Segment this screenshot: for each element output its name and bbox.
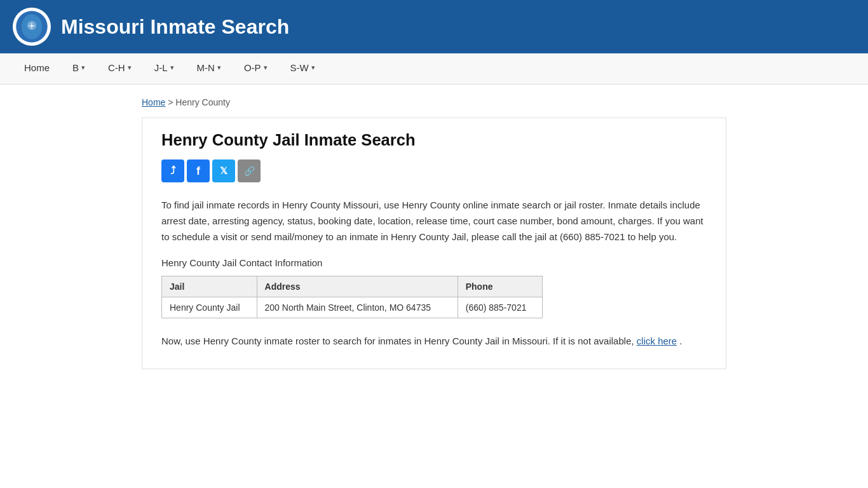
table-header-jail: Jail	[162, 276, 257, 297]
chevron-down-icon: ▾	[217, 64, 221, 72]
twitter-button[interactable]: 𝕏	[212, 159, 235, 182]
table-header-row: Jail Address Phone	[162, 276, 543, 297]
site-title: Missouri Inmate Search	[61, 15, 289, 39]
link-icon: 🔗	[244, 166, 255, 176]
nav-mn[interactable]: M-N ▾	[186, 53, 233, 84]
facebook-icon: f	[196, 165, 200, 178]
nav-b[interactable]: B ▾	[61, 53, 97, 84]
svg-text:+: +	[29, 20, 35, 32]
footer-paragraph: Now, use Henry County inmate roster to s…	[161, 334, 707, 349]
table-header-phone: Phone	[458, 276, 542, 297]
chevron-down-icon: ▾	[311, 64, 315, 72]
jail-phone-cell: (660) 885-7021	[458, 297, 542, 318]
chevron-down-icon: ▾	[81, 64, 85, 72]
main-nav: Home B ▾ C-H ▾ J-L ▾ M-N ▾ O-P ▾ S-W ▾	[0, 53, 868, 85]
breadcrumb-current: Henry County	[175, 97, 230, 107]
social-share-bar: ⤴ f 𝕏 🔗	[161, 159, 707, 182]
click-here-link[interactable]: click here	[637, 336, 677, 346]
site-header: + Missouri Inmate Search	[0, 0, 868, 53]
nav-ch[interactable]: C-H ▾	[97, 53, 143, 84]
table-header-address: Address	[257, 276, 458, 297]
chevron-down-icon: ▾	[170, 64, 174, 72]
nav-home[interactable]: Home	[13, 53, 61, 84]
nav-op[interactable]: O-P ▾	[233, 53, 279, 84]
page-title: Henry County Jail Inmate Search	[161, 131, 707, 149]
footer-text-before-link: Now, use Henry County inmate roster to s…	[161, 336, 634, 346]
jail-contact-table: Jail Address Phone Henry County Jail 200…	[161, 276, 543, 318]
share-button[interactable]: ⤴	[161, 159, 184, 182]
site-logo: +	[13, 8, 51, 46]
chevron-down-icon: ▾	[264, 64, 268, 72]
twitter-icon: 𝕏	[220, 165, 227, 177]
share-icon: ⤴	[170, 165, 176, 177]
copy-link-button[interactable]: 🔗	[238, 159, 261, 182]
page-description: To find jail inmate records in Henry Cou…	[161, 198, 707, 245]
main-content: Home > Henry County Henry County Jail In…	[123, 85, 745, 382]
footer-text-end: .	[679, 336, 682, 346]
breadcrumb: Home > Henry County	[142, 97, 726, 107]
jail-name-cell: Henry County Jail	[162, 297, 257, 318]
facebook-button[interactable]: f	[187, 159, 210, 182]
chevron-down-icon: ▾	[128, 64, 132, 72]
table-row: Henry County Jail 200 North Main Street,…	[162, 297, 543, 318]
nav-sw[interactable]: S-W ▾	[279, 53, 327, 84]
jail-address-cell: 200 North Main Street, Clinton, MO 64735	[257, 297, 458, 318]
nav-jl[interactable]: J-L ▾	[143, 53, 186, 84]
breadcrumb-home-link[interactable]: Home	[142, 97, 165, 107]
contact-info-heading: Henry County Jail Contact Information	[161, 257, 707, 268]
content-wrapper: Henry County Jail Inmate Search ⤴ f 𝕏 🔗 …	[142, 118, 726, 369]
